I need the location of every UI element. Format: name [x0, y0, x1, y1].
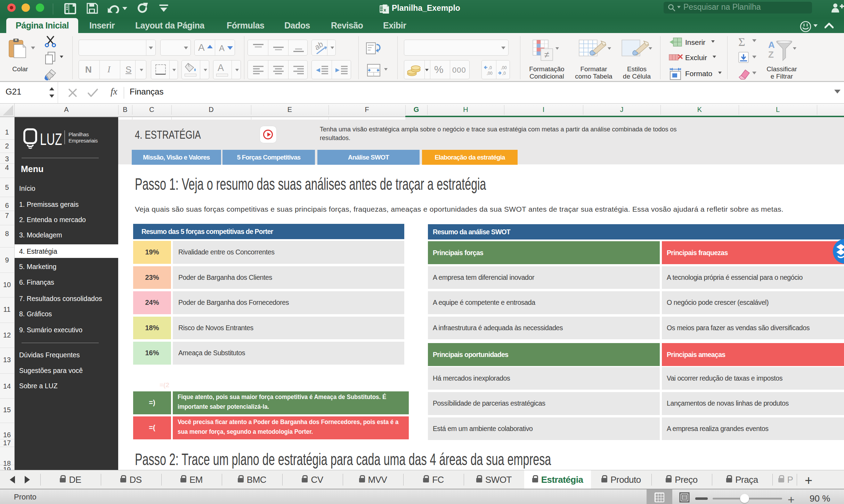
- svg-text:,0: ,0: [502, 71, 506, 76]
- svg-text:Z: Z: [768, 49, 774, 60]
- svg-text:,00: ,00: [501, 65, 507, 70]
- svg-text:A: A: [768, 40, 775, 50]
- svg-text:,00: ,00: [487, 71, 493, 76]
- svg-text:x: x: [383, 7, 386, 13]
- svg-text:,0: ,0: [488, 65, 492, 70]
- svg-text:≠: ≠: [544, 49, 549, 60]
